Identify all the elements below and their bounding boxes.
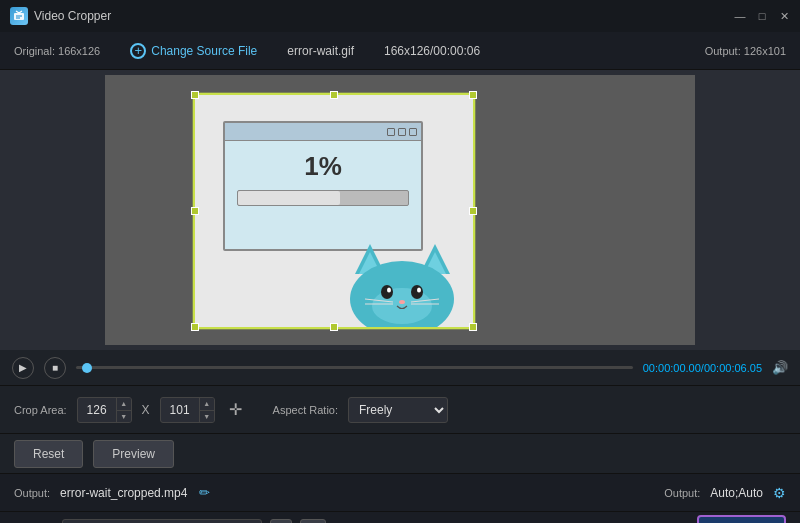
crop-area-label: Crop Area: [14,404,67,416]
maximize-button[interactable]: □ [754,8,770,24]
output-file-name: error-wait_cropped.mp4 [60,486,187,500]
play-button[interactable]: ▶ [12,357,34,379]
aspect-ratio-label: Aspect Ratio: [273,404,338,416]
crop-height-field[interactable] [161,403,199,417]
move-crop-icon[interactable]: ✛ [225,399,247,421]
svg-point-12 [417,288,421,293]
width-down-arrow[interactable]: ▼ [117,410,131,423]
svg-point-11 [387,288,391,293]
change-source-button[interactable]: + Change Source File [130,43,257,59]
output-dimensions-label: Output: 126x101 [705,45,786,57]
volume-icon[interactable]: 🔊 [772,360,788,375]
cat-illustration [345,234,465,329]
svg-point-9 [381,285,393,299]
settings-icon[interactable]: ⚙ [773,485,786,501]
original-dimensions-label: Original: 166x126 [14,45,100,57]
playback-bar: ▶ ■ 00:00:00.00/00:00:06.05 🔊 [0,350,800,386]
folder-dropdown-button[interactable]: ▼ [270,519,292,523]
file-name-label: error-wait.gif [287,44,354,58]
output-value: Auto;Auto [710,486,763,500]
svg-point-8 [372,288,432,324]
output-row: Output: error-wait_cropped.mp4 ✏ Output:… [0,474,800,512]
crop-width-field[interactable] [78,403,116,417]
svg-point-13 [399,300,405,304]
save-row: Save to: ▼ 📁 Export [0,512,800,523]
dot-icon [398,128,406,136]
minimize-button[interactable]: — [732,8,748,24]
output-label2: Output: [664,487,700,499]
dot-icon [409,128,417,136]
app-title: Video Cropper [34,9,111,23]
video-canvas: 1% [105,75,695,345]
stop-icon: ■ [52,362,58,373]
dialog-content: 1% [225,141,421,216]
gif-preview: 1% [193,93,475,329]
height-arrows: ▲ ▼ [199,397,214,423]
height-down-arrow[interactable]: ▼ [200,410,214,423]
title-bar: Video Cropper — □ ✕ [0,0,800,32]
file-info-label: 166x126/00:00:06 [384,44,480,58]
preview-button[interactable]: Preview [93,440,174,468]
close-button[interactable]: ✕ [776,8,792,24]
dialog-titlebar [225,123,421,141]
output-file-label: Output: [14,487,50,499]
width-arrows: ▲ ▼ [116,397,131,423]
crop-controls: Crop Area: ▲ ▼ X ▲ ▼ ✛ Aspect Ratio: Fre… [0,386,800,434]
action-buttons-row: Reset Preview [0,434,800,474]
reset-button[interactable]: Reset [14,440,83,468]
progress-bar [237,190,409,206]
play-icon: ▶ [19,362,27,373]
x-separator: X [142,403,150,417]
progress-bar-fill [238,191,340,205]
dialog-illustration: 1% [223,121,423,251]
app-icon [10,7,28,25]
header-bar: Original: 166x126 + Change Source File e… [0,32,800,70]
gif-content: 1% [193,93,475,329]
window-controls: — □ ✕ [732,8,792,24]
svg-point-10 [411,285,423,299]
crop-width-input[interactable]: ▲ ▼ [77,397,132,423]
aspect-ratio-select[interactable]: Freely16:94:31:19:16Custom [348,397,448,423]
progress-indicator [82,363,92,373]
time-display: 00:00:00.00/00:00:06.05 [643,362,762,374]
width-up-arrow[interactable]: ▲ [117,397,131,410]
add-icon: + [130,43,146,59]
save-path-input[interactable] [62,519,262,523]
crop-height-input[interactable]: ▲ ▼ [160,397,215,423]
progress-bar-track[interactable] [76,366,633,369]
dot-icon [387,128,395,136]
edit-filename-icon[interactable]: ✏ [199,485,210,500]
percent-label: 1% [237,151,409,182]
export-button[interactable]: Export [697,515,786,523]
change-source-label: Change Source File [151,44,257,58]
open-folder-button[interactable]: 📁 [300,519,326,523]
stop-button[interactable]: ■ [44,357,66,379]
video-preview-area: 1% [0,70,800,350]
height-up-arrow[interactable]: ▲ [200,397,214,410]
